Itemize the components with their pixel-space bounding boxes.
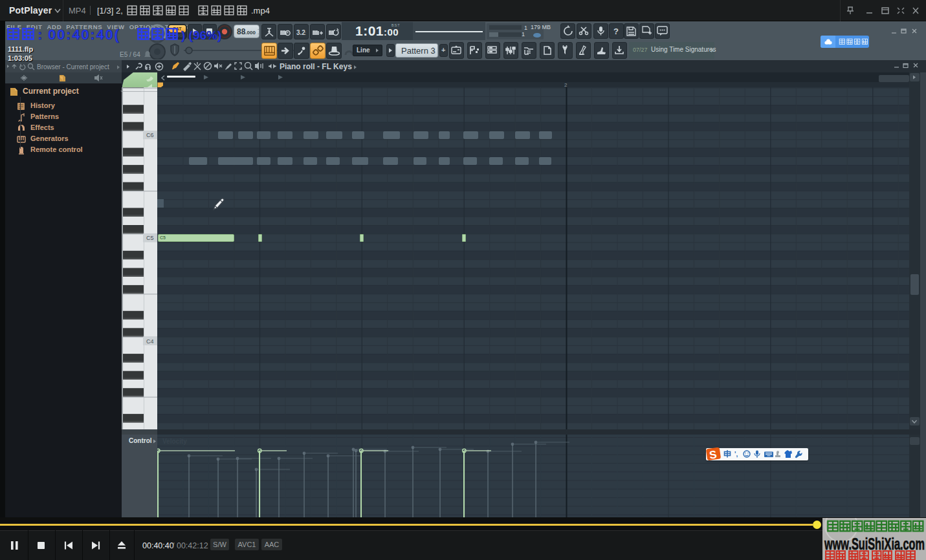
svg-text:C4: C4 [146, 338, 154, 345]
svg-text:',: ', [734, 451, 738, 458]
svg-text:C5: C5 [146, 235, 154, 241]
svg-text:00:40:40(: 00:40:40( [48, 27, 120, 43]
svg-text:C6: C6 [146, 132, 154, 138]
svg-text:?: ? [613, 27, 619, 36]
svg-text:www.SuiShiXia.com: www.SuiShiXia.com [824, 535, 925, 553]
svg-text:) (96%): ) (96%) [181, 28, 221, 42]
svg-text:Velocity: Velocity [162, 438, 187, 445]
svg-text::: : [38, 27, 42, 43]
